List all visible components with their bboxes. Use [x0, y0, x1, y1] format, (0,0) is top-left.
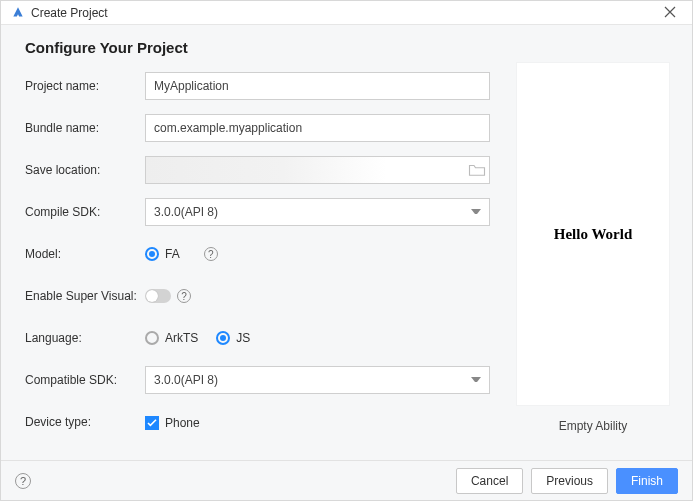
cancel-button[interactable]: Cancel	[456, 468, 523, 494]
label-language: Language:	[25, 331, 145, 345]
titlebar: Create Project	[1, 1, 692, 25]
help-icon[interactable]: ?	[15, 473, 31, 489]
enable-super-visual-toggle[interactable]	[145, 289, 171, 303]
finish-button[interactable]: Finish	[616, 468, 678, 494]
preview-panel: Hello World Empty Ability	[512, 39, 674, 450]
chevron-down-icon	[471, 377, 481, 383]
close-icon[interactable]	[658, 5, 682, 21]
label-enable-super-visual: Enable Super Visual:	[25, 289, 145, 303]
compatible-sdk-value: 3.0.0(API 8)	[154, 373, 218, 387]
language-radio-js-label: JS	[236, 331, 250, 345]
save-location-input[interactable]	[145, 156, 490, 184]
label-compile-sdk: Compile SDK:	[25, 205, 145, 219]
bundle-name-input[interactable]	[145, 114, 490, 142]
label-device-type: Device type:	[25, 415, 145, 429]
model-radio-fa[interactable]: FA	[145, 247, 180, 261]
dialog-footer: ? Cancel Previous Finish	[1, 460, 692, 500]
compatible-sdk-select[interactable]: 3.0.0(API 8)	[145, 366, 490, 394]
language-radio-js[interactable]: JS	[216, 331, 250, 345]
section-heading: Configure Your Project	[25, 39, 490, 56]
device-type-phone-label: Phone	[165, 416, 200, 430]
app-logo-icon	[11, 6, 25, 20]
form-panel: Configure Your Project Project name: Bun…	[25, 39, 490, 450]
compile-sdk-value: 3.0.0(API 8)	[154, 205, 218, 219]
help-icon[interactable]: ?	[177, 289, 191, 303]
create-project-dialog: Create Project Configure Your Project Pr…	[0, 0, 693, 501]
language-radio-arkts[interactable]: ArkTS	[145, 331, 198, 345]
label-project-name: Project name:	[25, 79, 145, 93]
checkbox-checked-icon	[145, 416, 159, 430]
chevron-down-icon	[471, 209, 481, 215]
previous-button[interactable]: Previous	[531, 468, 608, 494]
help-icon[interactable]: ?	[204, 247, 218, 261]
label-save-location: Save location:	[25, 163, 145, 177]
project-name-input[interactable]	[145, 72, 490, 100]
label-compatible-sdk: Compatible SDK:	[25, 373, 145, 387]
compile-sdk-select[interactable]: 3.0.0(API 8)	[145, 198, 490, 226]
window-title: Create Project	[31, 6, 658, 20]
model-radio-fa-label: FA	[165, 247, 180, 261]
browse-folder-icon[interactable]	[468, 163, 486, 177]
preview-caption: Empty Ability	[559, 419, 628, 433]
label-bundle-name: Bundle name:	[25, 121, 145, 135]
language-radio-arkts-label: ArkTS	[165, 331, 198, 345]
label-model: Model:	[25, 247, 145, 261]
device-type-phone-checkbox[interactable]: Phone	[145, 416, 200, 430]
device-preview: Hello World	[517, 63, 669, 405]
preview-screen-text: Hello World	[554, 226, 632, 243]
